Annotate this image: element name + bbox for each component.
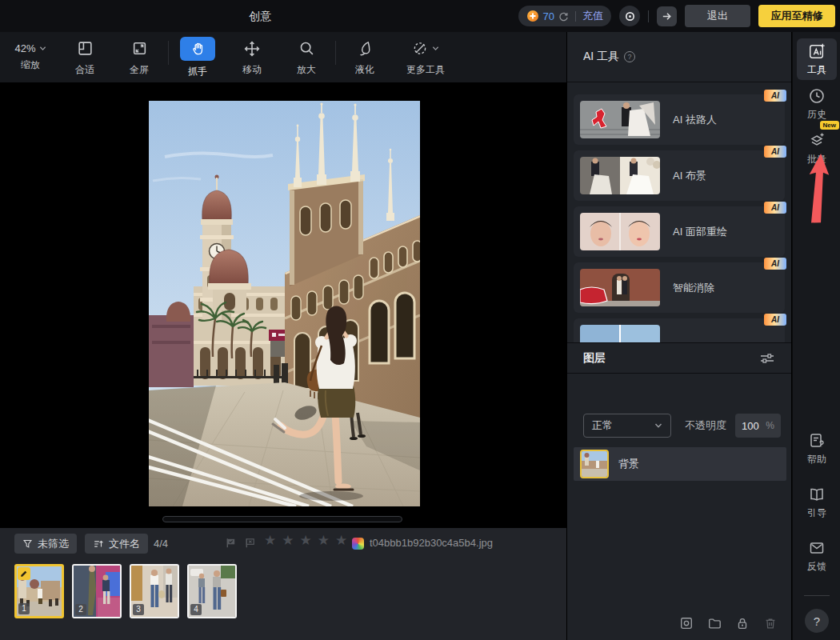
thumbnail-1[interactable]: 1 — [14, 564, 64, 618]
tool-fullscreen[interactable]: 全屏 — [112, 35, 166, 80]
sort-by-filename-button[interactable]: 文件名 — [85, 534, 148, 554]
active-tool-highlight — [180, 37, 215, 61]
trash-icon[interactable] — [762, 615, 778, 631]
chevron-down-icon — [39, 45, 46, 52]
star-3[interactable]: ★ — [300, 532, 312, 549]
right-panel: AI 工具 ? AI 祛路人 AI — [566, 32, 792, 640]
tool-label: 合适 — [75, 63, 94, 77]
divider — [804, 595, 830, 596]
export-button[interactable] — [657, 6, 677, 26]
guide-book-icon — [808, 486, 826, 503]
adjustment-icon[interactable] — [678, 615, 694, 631]
sliders-icon[interactable] — [759, 352, 775, 365]
star-rating[interactable]: ★ ★ ★ ★ ★ — [264, 532, 347, 549]
refresh-icon[interactable] — [558, 11, 569, 22]
topbar-actions: 70 充值 退出 应用至精修 — [518, 0, 835, 32]
opacity-label: 不透明度 — [685, 414, 726, 438]
rail-button-feedback[interactable]: 反馈 — [797, 535, 837, 577]
layers-body: 正常 不透明度 100 % 背景 — [567, 374, 791, 606]
filter-label: 未筛选 — [38, 537, 69, 551]
tool-hand[interactable]: 抓手 — [170, 35, 225, 80]
editing-canvas[interactable] — [0, 82, 566, 528]
ai-card-thumb — [580, 213, 660, 250]
fit-icon — [77, 40, 94, 57]
tool-move[interactable]: 移动 — [225, 35, 279, 80]
ai-badge: AI — [764, 146, 786, 158]
more-tools-icon — [412, 40, 429, 57]
ai-card-scene[interactable]: AI 布景 AI — [574, 150, 785, 201]
help-circle-icon[interactable]: ? — [624, 51, 635, 62]
ai-card-remove-passerby[interactable]: AI 祛路人 AI — [574, 94, 785, 145]
star-5[interactable]: ★ — [335, 532, 347, 549]
blend-mode-select[interactable]: 正常 — [583, 414, 671, 438]
batch-pointer-arrow — [807, 154, 831, 224]
divider — [575, 11, 576, 22]
ai-card-smart-erase[interactable]: 智能消除 AI — [574, 262, 785, 313]
blend-mode-value: 正常 — [592, 418, 613, 433]
tool-label: 缩放 — [21, 58, 40, 72]
topbar: 创意 70 充值 — [0, 0, 840, 32]
tool-fit[interactable]: 合适 — [58, 35, 112, 80]
layer-row-background[interactable]: 背景 — [574, 447, 786, 481]
rail-button-label: 帮助 — [807, 453, 826, 466]
thumbnail-2[interactable]: 2 — [72, 564, 122, 618]
opacity-input[interactable]: 100 % — [735, 414, 781, 438]
opacity-value: 100 — [742, 420, 759, 432]
new-badge: New — [820, 121, 839, 130]
ai-badge: AI — [764, 314, 786, 326]
tool-label: 放大 — [297, 63, 316, 77]
rail-tab-tools[interactable]: 工具 — [797, 38, 837, 80]
tool-label: 抓手 — [188, 65, 207, 78]
tool-label: 液化 — [355, 63, 374, 77]
recharge-button[interactable]: 充值 — [582, 9, 603, 23]
magnifier-icon — [298, 40, 315, 57]
star-1[interactable]: ★ — [264, 532, 276, 549]
tool-label: 全屏 — [130, 63, 149, 77]
tool-liquify[interactable]: 液化 — [338, 35, 392, 80]
ai-card-face-repaint[interactable]: AI 面部重绘 AI — [574, 206, 785, 257]
settings-button[interactable] — [619, 6, 640, 26]
filter-button[interactable]: 未筛选 — [14, 534, 77, 554]
ai-card-thumb — [580, 325, 660, 342]
thumbnail-3[interactable]: 3 — [130, 564, 179, 618]
divider — [168, 41, 169, 65]
flag-pick-icon[interactable] — [225, 537, 237, 552]
thumbnail-number: 1 — [18, 603, 30, 614]
question-help-button[interactable]: ? — [805, 609, 829, 633]
flag-reject-icon[interactable] — [244, 537, 256, 552]
exit-button[interactable]: 退出 — [685, 5, 750, 27]
filmstrip-bar: 未筛选 文件名 4/4 ★ ★ ★ ★ ★ t04bbb1b92b30c4a5b… — [0, 528, 566, 640]
rail-button-help[interactable]: 帮助 — [797, 428, 837, 470]
apply-to-retouch-button[interactable]: 应用至精修 — [758, 5, 835, 27]
rail-button-guide[interactable]: 引导 — [797, 482, 837, 523]
ai-tools-icon — [808, 42, 826, 60]
canvas-horizontal-scrollbar[interactable] — [162, 516, 402, 522]
ai-tools-title: AI 工具 — [583, 50, 619, 64]
thumbnail-4[interactable]: 4 — [187, 564, 237, 618]
rail-tab-label: 工具 — [807, 63, 826, 77]
lock-icon[interactable] — [734, 615, 750, 631]
tool-zoom-level[interactable]: 42% 缩放 — [3, 35, 58, 80]
credits-pill[interactable]: 70 充值 — [518, 6, 611, 26]
credits-value: 70 — [543, 10, 554, 22]
zoom-value: 42% — [14, 42, 35, 54]
liquify-icon — [357, 40, 374, 57]
folder-icon[interactable] — [706, 615, 722, 631]
star-4[interactable]: ★ — [318, 532, 330, 549]
tool-zoom-in[interactable]: 放大 — [279, 35, 334, 80]
rail-tab-label: 历史 — [807, 108, 826, 122]
ai-badge: AI — [764, 202, 786, 214]
ai-badge: AI — [764, 90, 786, 102]
rail-button-label: 引导 — [807, 506, 826, 520]
tool-more-tools[interactable]: 更多工具 — [392, 35, 459, 80]
star-2[interactable]: ★ — [282, 532, 294, 549]
color-label-chip[interactable] — [352, 538, 364, 550]
layer-thumbnail — [580, 450, 609, 478]
layers-title: 图层 — [583, 351, 606, 366]
tool-label: 移动 — [242, 63, 262, 77]
canvas-photo[interactable] — [149, 101, 420, 506]
ai-card-partial[interactable]: AI — [574, 318, 785, 342]
chevron-down-icon — [654, 422, 662, 430]
page-title: 创意 — [0, 0, 520, 32]
rail-tab-history[interactable]: 历史 — [797, 83, 837, 125]
